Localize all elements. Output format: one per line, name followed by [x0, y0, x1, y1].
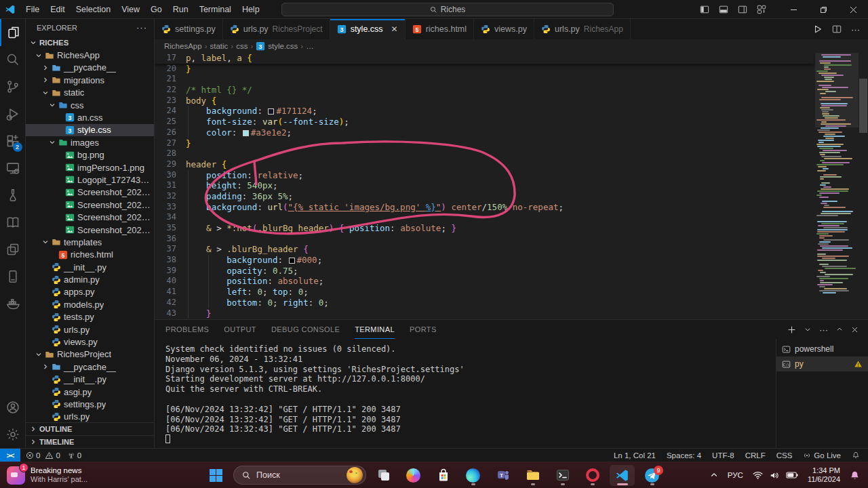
code-line[interactable]: 41 left: 0; top: 0;: [155, 287, 814, 298]
wifi-icon[interactable]: [753, 471, 763, 479]
minimap[interactable]: [815, 54, 859, 319]
copilot-button[interactable]: [401, 465, 426, 486]
activity-docs-book[interactable]: [0, 209, 26, 236]
tree-item[interactable]: tests.py: [26, 311, 154, 323]
activity-run-debug[interactable]: [0, 100, 26, 127]
minimize-button[interactable]: [778, 0, 808, 19]
explorer-more-actions[interactable]: ···: [136, 22, 147, 33]
panel-tab-output[interactable]: OUTPUT: [224, 321, 256, 339]
code-line[interactable]: 40 position: absolute;: [155, 276, 814, 287]
status-css[interactable]: CSS: [776, 451, 793, 460]
menu-terminal[interactable]: Terminal: [194, 0, 237, 19]
menu-run[interactable]: Run: [167, 0, 194, 19]
maximize-panel-icon[interactable]: [836, 326, 843, 333]
sidebar-section-timeline[interactable]: TIMELINE: [26, 435, 154, 448]
toggle-secondary-sidebar-icon[interactable]: [738, 5, 747, 14]
activity-source-control[interactable]: [0, 73, 26, 100]
taskbar-search[interactable]: Поиск: [233, 466, 366, 485]
activity-docker[interactable]: [0, 290, 26, 317]
activity-remote-explorer[interactable]: [0, 155, 26, 182]
code-line[interactable]: 30 position: relative;: [155, 170, 814, 181]
code-line[interactable]: 32 padding: 36px 5%;: [155, 191, 814, 202]
menu-go[interactable]: Go: [145, 0, 167, 19]
activity-explorer[interactable]: [0, 19, 26, 46]
menu-view[interactable]: View: [116, 0, 145, 19]
activity-windows-stack[interactable]: [0, 236, 26, 263]
task-view-button[interactable]: [371, 465, 396, 486]
status-spaces-4[interactable]: Spaces: 4: [667, 451, 701, 460]
editor-tab[interactable]: 5 riches.html: [406, 19, 474, 39]
editor-more-actions-icon[interactable]: ···: [851, 24, 860, 35]
activity-testing[interactable]: [0, 182, 26, 209]
tree-item[interactable]: templates: [26, 236, 154, 248]
terminal-output[interactable]: System check identified no issues (0 sil…: [155, 339, 776, 448]
code-line[interactable]: 22/* html {} */: [155, 85, 814, 96]
status-utf-8[interactable]: UTF-8: [712, 451, 734, 460]
terminal-app-button[interactable]: [550, 465, 575, 486]
tree-item[interactable]: css: [26, 99, 154, 111]
tree-root[interactable]: RICHES: [26, 37, 154, 49]
code-line[interactable]: 37 & > .blurBg_header {: [155, 244, 814, 255]
ports-indicator[interactable]: 0: [67, 451, 81, 460]
tree-item[interactable]: apps.py: [26, 286, 154, 298]
tree-item[interactable]: images: [26, 136, 154, 148]
widgets-button[interactable]: 1 Breaking news With Harris' pat...: [0, 466, 87, 485]
editor-scrollbar[interactable]: [859, 53, 868, 319]
menu-edit[interactable]: Edit: [45, 0, 71, 19]
tree-item[interactable]: Screenshot_20241019-...: [26, 186, 154, 199]
breadcrumb-item[interactable]: 3style.css: [256, 41, 298, 51]
breadcrumb-item[interactable]: …: [306, 42, 314, 50]
code-line[interactable]: 42 bottom: 0; right: 0;: [155, 298, 814, 308]
tree-item[interactable]: static: [26, 87, 154, 99]
tree-item[interactable]: __pycache__: [26, 62, 154, 74]
code-line[interactable]: 29header {: [155, 159, 814, 170]
code-line[interactable]: 21: [155, 74, 814, 85]
code-line[interactable]: 36: [155, 234, 814, 245]
opera-button[interactable]: [580, 465, 605, 486]
editor-tab[interactable]: views.py: [474, 19, 534, 39]
tree-item[interactable]: views.py: [26, 336, 154, 348]
menu-selection[interactable]: Selection: [71, 0, 116, 19]
breadcrumb-item[interactable]: css: [236, 42, 248, 50]
tree-item[interactable]: settings.py: [26, 398, 154, 410]
teams-button[interactable]: T: [490, 465, 515, 486]
panel-tab-debug-console[interactable]: DEBUG CONSOLE: [271, 321, 340, 339]
code-line[interactable]: 20}: [155, 64, 814, 75]
tree-item[interactable]: asgi.py: [26, 386, 154, 398]
tree-item[interactable]: migrations: [26, 74, 154, 86]
terminal-session[interactable]: C:\ py: [776, 357, 868, 371]
code-editor[interactable]: 17p, label, a { 20} 21 22/* html {} */ 2…: [155, 53, 868, 319]
tree-item[interactable]: 3 an.css: [26, 111, 154, 123]
tree-item[interactable]: __pycache__: [26, 361, 154, 373]
new-terminal-icon[interactable]: [787, 325, 796, 334]
status-crlf[interactable]: CRLF: [745, 451, 766, 460]
color-swatch[interactable]: [243, 130, 249, 136]
tree-item[interactable]: Screenshot_20241019-...: [26, 199, 154, 211]
menu-help[interactable]: Help: [237, 0, 265, 19]
close-tab-icon[interactable]: ✕: [391, 24, 398, 34]
tree-item[interactable]: RichesProject: [26, 348, 154, 361]
tree-item[interactable]: 3 style.css: [26, 124, 154, 136]
edge-button[interactable]: [460, 465, 486, 486]
code-line[interactable]: 39 opacity: 0.75;: [155, 266, 814, 277]
color-swatch[interactable]: [289, 258, 295, 264]
tree-item[interactable]: __init__.py: [26, 373, 154, 386]
customize-layout-icon[interactable]: [757, 5, 766, 14]
editor-tab[interactable]: 3 style.css ✕: [330, 19, 406, 39]
problems-indicator[interactable]: 0 0: [26, 451, 60, 460]
battery-icon[interactable]: [786, 471, 798, 479]
activity-extensions[interactable]: 2: [0, 127, 26, 155]
toggle-panel-icon[interactable]: [719, 5, 728, 14]
tree-item[interactable]: urls.py: [26, 411, 154, 422]
activity-search[interactable]: [0, 46, 26, 73]
sidebar-section-outline[interactable]: OUTLINE: [26, 422, 154, 435]
file-explorer-button[interactable]: [520, 465, 545, 486]
terminal-dropdown-icon[interactable]: [804, 326, 811, 333]
status-ln-1-col-21[interactable]: Ln 1, Col 21: [614, 451, 656, 460]
panel-more-actions-icon[interactable]: ···: [819, 325, 828, 335]
tree-item[interactable]: Logopit_172743914538...: [26, 174, 154, 186]
editor-tab[interactable]: urls.pyRichesApp: [534, 19, 631, 39]
volume-icon[interactable]: [770, 471, 779, 480]
panel-tab-terminal[interactable]: TERMINAL: [355, 321, 395, 339]
microsoft-store-button[interactable]: [431, 465, 456, 486]
